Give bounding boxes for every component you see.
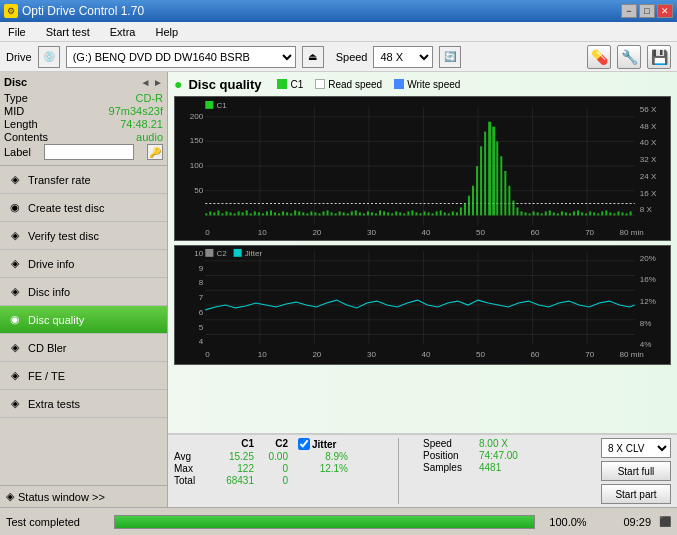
sidebar-item-drive-info[interactable]: ◈ Drive info <box>0 250 167 278</box>
verify-test-disc-icon: ◈ <box>8 229 22 243</box>
svg-rect-32 <box>278 213 280 215</box>
svg-text:10: 10 <box>258 228 268 237</box>
avg-label: Avg <box>174 451 210 462</box>
menu-file[interactable]: File <box>4 24 30 40</box>
svg-rect-77 <box>460 207 462 215</box>
svg-rect-103 <box>565 212 567 215</box>
menu-help[interactable]: Help <box>151 24 182 40</box>
svg-rect-50 <box>351 211 353 215</box>
svg-rect-48 <box>343 212 345 215</box>
svg-text:56 X: 56 X <box>640 105 657 114</box>
svg-rect-26 <box>254 211 256 215</box>
minimize-button[interactable]: − <box>621 4 637 18</box>
svg-rect-66 <box>415 212 417 215</box>
disc-quality-header-icon: ● <box>174 76 182 92</box>
sidebar-item-disc-info[interactable]: ◈ Disc info <box>0 278 167 306</box>
sidebar-item-extra-tests-label: Extra tests <box>28 398 80 410</box>
status-window-bar[interactable]: ◈ Status window >> <box>0 485 167 507</box>
svg-rect-111 <box>597 213 599 215</box>
speed-label: Speed <box>336 51 368 63</box>
sidebar-item-fe-te[interactable]: ◈ FE / TE <box>0 362 167 390</box>
svg-rect-61 <box>395 211 397 215</box>
samples-stat-value: 4481 <box>479 462 501 473</box>
svg-rect-33 <box>282 211 284 215</box>
drive-icon-btn[interactable]: 💿 <box>38 46 60 68</box>
window-title: Opti Drive Control 1.70 <box>22 4 144 18</box>
jitter-checkbox[interactable] <box>298 438 310 450</box>
transfer-rate-icon: ◈ <box>8 173 22 187</box>
disc-info-icon: ◈ <box>8 285 22 299</box>
svg-text:8%: 8% <box>640 319 652 328</box>
svg-rect-41 <box>314 212 316 215</box>
sidebar-item-create-test-disc[interactable]: ◉ Create test disc <box>0 194 167 222</box>
disc-type-label: Type <box>4 92 28 104</box>
svg-rect-115 <box>613 213 615 215</box>
svg-text:50: 50 <box>194 186 204 195</box>
read-speed-legend-dot <box>315 79 325 89</box>
svg-rect-116 <box>617 211 619 215</box>
maximize-button[interactable]: □ <box>639 4 655 18</box>
c1-legend-label: C1 <box>290 79 303 90</box>
sidebar-item-disc-quality[interactable]: ◉ Disc quality <box>0 306 167 334</box>
status-window-icon: ◈ <box>6 490 14 503</box>
svg-rect-85 <box>492 127 495 216</box>
refresh-button[interactable]: 🔄 <box>439 46 461 68</box>
svg-rect-81 <box>476 166 478 215</box>
svg-rect-30 <box>270 210 272 215</box>
svg-text:5: 5 <box>199 323 204 332</box>
resize-handle[interactable]: ⬛ <box>659 516 671 527</box>
clv-select[interactable]: 8 X CLV <box>601 438 671 458</box>
start-full-button[interactable]: Start full <box>601 461 671 481</box>
svg-text:9: 9 <box>199 264 204 273</box>
cd-bler-icon: ◈ <box>8 341 22 355</box>
title-bar: ⚙ Opti Drive Control 1.70 − □ ✕ <box>0 0 677 22</box>
svg-text:24 X: 24 X <box>640 172 657 181</box>
svg-rect-27 <box>258 212 260 215</box>
sidebar-item-transfer-rate[interactable]: ◈ Transfer rate <box>0 166 167 194</box>
sidebar-item-transfer-rate-label: Transfer rate <box>28 174 91 186</box>
eject-button[interactable]: ⏏ <box>302 46 324 68</box>
stats-bar: C1 C2 Jitter Avg 15.25 0.00 8.9% Max 122 <box>168 434 677 507</box>
settings-button[interactable]: 🔧 <box>617 45 641 69</box>
svg-rect-29 <box>266 211 268 215</box>
svg-rect-112 <box>601 211 603 215</box>
drive-select[interactable]: (G:) BENQ DVD DD DW1640 BSRB <box>66 46 296 68</box>
svg-rect-21 <box>234 213 236 215</box>
svg-text:20: 20 <box>312 350 322 359</box>
svg-rect-118 <box>626 213 628 215</box>
svg-rect-76 <box>456 212 458 215</box>
read-speed-legend-label: Read speed <box>328 79 382 90</box>
menu-extra[interactable]: Extra <box>106 24 140 40</box>
sidebar-item-cd-bler[interactable]: ◈ CD Bler <box>0 334 167 362</box>
svg-rect-107 <box>581 212 583 215</box>
status-time: 09:29 <box>601 516 651 528</box>
svg-rect-72 <box>440 210 442 215</box>
svg-rect-37 <box>298 211 300 215</box>
toolbar: Drive 💿 (G:) BENQ DVD DD DW1640 BSRB ⏏ S… <box>0 42 677 72</box>
sidebar-item-verify-test-disc[interactable]: ◈ Verify test disc <box>0 222 167 250</box>
c1-chart: 200 150 100 50 56 X 48 X 40 X 32 X 24 X … <box>174 96 671 241</box>
svg-rect-34 <box>286 212 288 215</box>
drive-info-icon: ◈ <box>8 257 22 271</box>
erase-button[interactable]: 💊 <box>587 45 611 69</box>
disc-label-input[interactable] <box>44 144 134 160</box>
svg-rect-92 <box>520 211 522 215</box>
start-part-button[interactable]: Start part <box>601 484 671 504</box>
svg-rect-31 <box>274 212 276 215</box>
svg-text:70: 70 <box>585 228 595 237</box>
save-button[interactable]: 💾 <box>647 45 671 69</box>
svg-rect-102 <box>561 211 563 215</box>
sidebar-item-extra-tests[interactable]: ◈ Extra tests <box>0 390 167 418</box>
progress-bar-fill <box>115 516 534 528</box>
disc-nav-arrows[interactable]: ◄ ► <box>140 77 163 88</box>
close-button[interactable]: ✕ <box>657 4 673 18</box>
disc-quality-icon: ◉ <box>8 313 22 327</box>
speed-select[interactable]: 48 X <box>373 46 433 68</box>
disc-title: Disc <box>4 76 27 88</box>
sidebar-item-cd-bler-label: CD Bler <box>28 342 67 354</box>
menu-start-test[interactable]: Start test <box>42 24 94 40</box>
disc-label-icon-btn[interactable]: 🔑 <box>147 144 163 160</box>
svg-rect-75 <box>452 211 454 215</box>
position-stat-value: 74:47.00 <box>479 450 518 461</box>
disc-quality-panel: ● Disc quality C1 Read speed Write speed <box>168 72 677 434</box>
